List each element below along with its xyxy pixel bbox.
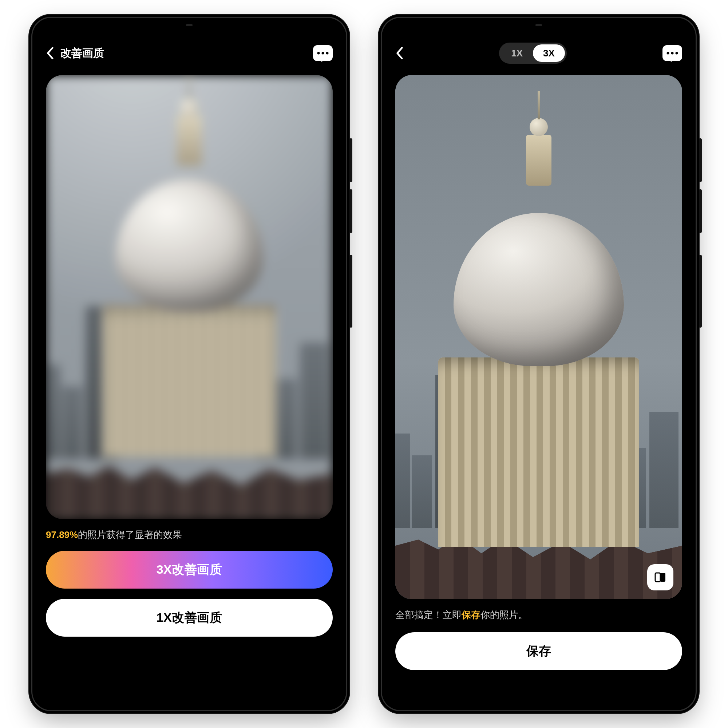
result-percent: 97.89% xyxy=(46,529,78,540)
side-button xyxy=(349,255,352,327)
compare-toggle[interactable] xyxy=(647,564,673,590)
screen-right: 1X 3X xyxy=(385,21,692,707)
save-button[interactable]: 保存 xyxy=(395,632,682,670)
page-title: 改善画质 xyxy=(60,46,104,61)
earpiece xyxy=(535,24,542,26)
back-button[interactable] xyxy=(395,47,403,60)
feedback-icon[interactable] xyxy=(313,45,333,61)
enhance-3x-button[interactable]: 3X改善画质 xyxy=(46,551,333,589)
save-caption-strong: 保存 xyxy=(462,609,480,620)
side-button xyxy=(699,255,702,327)
feedback-icon[interactable] xyxy=(662,45,682,61)
save-caption-post: 你的照片。 xyxy=(480,609,528,620)
back-button[interactable] xyxy=(46,47,54,60)
phone-frame-left: 改善画质 xyxy=(29,15,349,713)
enhance-1x-button[interactable]: 1X改善画质 xyxy=(46,599,333,637)
image-preview-blurred[interactable] xyxy=(46,75,333,519)
top-bar: 1X 3X xyxy=(395,38,682,68)
save-caption: 全部搞定！立即保存你的照片。 xyxy=(395,609,682,621)
seg-3x[interactable]: 3X xyxy=(533,44,565,62)
side-button xyxy=(699,138,702,182)
result-caption: 97.89%的照片获得了显著的效果 xyxy=(46,529,333,541)
save-caption-pre: 全部搞定！立即 xyxy=(395,609,462,620)
image-preview-enhanced[interactable] xyxy=(395,75,682,599)
side-button xyxy=(349,138,352,182)
phone-frame-right: 1X 3X xyxy=(379,15,699,713)
screen-left: 改善画质 xyxy=(36,21,343,707)
top-bar: 改善画质 xyxy=(46,38,333,68)
svg-rect-0 xyxy=(655,573,660,582)
result-caption-text: 的照片获得了显著的效果 xyxy=(78,529,182,540)
side-button xyxy=(349,189,352,233)
seg-1x[interactable]: 1X xyxy=(501,44,533,62)
side-button xyxy=(699,189,702,233)
earpiece xyxy=(186,24,193,26)
svg-rect-1 xyxy=(660,573,665,582)
zoom-segmented-control: 1X 3X xyxy=(499,43,567,64)
